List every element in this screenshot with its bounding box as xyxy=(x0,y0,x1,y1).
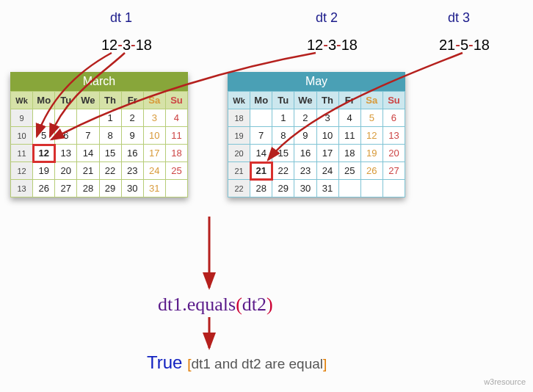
cal-day xyxy=(382,180,405,197)
cal-day xyxy=(360,180,382,197)
cal-day: 21 xyxy=(250,162,272,180)
label-dt2: dt 2 xyxy=(316,10,338,26)
cal-header: Fr xyxy=(121,92,143,109)
expr-close: ) xyxy=(266,294,273,315)
cal-header: Th xyxy=(99,92,121,109)
cal-day: 28 xyxy=(77,180,99,197)
cal-day: 16 xyxy=(294,145,316,162)
cal-day: 2 xyxy=(294,109,316,127)
cal-day: 8 xyxy=(99,127,121,145)
result-note: dt1 and dt2 are equal xyxy=(191,356,323,371)
cal-week-number: 9 xyxy=(11,109,33,127)
cal-week-number: 11 xyxy=(11,145,33,162)
cal-day: 1 xyxy=(272,109,294,127)
cal-day: 10 xyxy=(143,127,165,145)
cal-day: 10 xyxy=(316,127,338,145)
cal-day: 14 xyxy=(250,145,272,162)
result-bracket-close: ] xyxy=(323,356,327,371)
cal-day: 6 xyxy=(382,109,405,127)
cal-day: 23 xyxy=(294,162,316,180)
cal-day: 26 xyxy=(360,162,382,180)
cal-day: 29 xyxy=(99,180,121,197)
cal-day: 3 xyxy=(316,109,338,127)
cal-day xyxy=(55,109,77,127)
cal-week-number: 22 xyxy=(228,180,250,197)
cal-week-number: 18 xyxy=(228,109,250,127)
date-dt3: 21-5-18 xyxy=(439,37,490,54)
cal-day: 15 xyxy=(272,145,294,162)
cal-day: 3 xyxy=(143,109,165,127)
cal-day: 27 xyxy=(382,162,405,180)
cal-day: 16 xyxy=(121,145,143,162)
cal-day: 9 xyxy=(121,127,143,145)
cal-header: Mo xyxy=(250,92,272,109)
calendar-may-title: May xyxy=(228,72,405,91)
cal-day: 19 xyxy=(33,162,55,180)
cal-header: Sa xyxy=(360,92,382,109)
cal-header: Wk xyxy=(228,92,250,109)
cal-week-number: 10 xyxy=(11,127,33,145)
cal-day xyxy=(250,109,272,127)
result-value: True xyxy=(147,352,182,372)
cal-header: Fr xyxy=(338,92,360,109)
cal-day: 1 xyxy=(99,109,121,127)
cal-day: 18 xyxy=(165,145,187,162)
cal-header: We xyxy=(294,92,316,109)
cal-day: 4 xyxy=(165,109,187,127)
date-dt2: 12-3-18 xyxy=(307,37,358,54)
cal-day: 12 xyxy=(360,127,382,145)
cal-day: 5 xyxy=(33,127,55,145)
cal-day: 11 xyxy=(165,127,187,145)
cal-day: 11 xyxy=(338,127,360,145)
cal-day xyxy=(33,109,55,127)
cal-day: 31 xyxy=(316,180,338,197)
calendar-march: March WkMoTuWeThFrSaSu912341056789101111… xyxy=(10,72,188,197)
cal-day: 24 xyxy=(143,162,165,180)
cal-day: 17 xyxy=(143,145,165,162)
label-dt3: dt 3 xyxy=(448,10,470,26)
cal-week-number: 19 xyxy=(228,127,250,145)
cal-day: 20 xyxy=(382,145,405,162)
expr-arg: dt2 xyxy=(242,294,266,315)
expr-method: .equals xyxy=(182,294,236,315)
cal-day: 20 xyxy=(55,162,77,180)
cal-day: 6 xyxy=(55,127,77,145)
cal-day: 13 xyxy=(382,127,405,145)
result-line: True [dt1 and dt2 are equal] xyxy=(147,352,327,373)
cal-day: 30 xyxy=(121,180,143,197)
cal-day: 24 xyxy=(316,162,338,180)
cal-day: 23 xyxy=(121,162,143,180)
cal-day xyxy=(165,180,187,197)
cal-week-number: 20 xyxy=(228,145,250,162)
cal-day: 17 xyxy=(316,145,338,162)
cal-day: 28 xyxy=(250,180,272,197)
cal-day: 25 xyxy=(165,162,187,180)
cal-day: 18 xyxy=(338,145,360,162)
expr-open: ( xyxy=(236,294,242,315)
cal-day xyxy=(338,180,360,197)
cal-day: 22 xyxy=(99,162,121,180)
cal-day: 8 xyxy=(272,127,294,145)
cal-header: Sa xyxy=(143,92,165,109)
cal-header: We xyxy=(77,92,99,109)
cal-day: 21 xyxy=(77,162,99,180)
cal-day: 4 xyxy=(338,109,360,127)
cal-header: Tu xyxy=(272,92,294,109)
cal-day: 30 xyxy=(294,180,316,197)
cal-day: 15 xyxy=(99,145,121,162)
cal-header: Su xyxy=(382,92,405,109)
cal-header: Su xyxy=(165,92,187,109)
calendar-march-grid: WkMoTuWeThFrSaSu912341056789101111121314… xyxy=(10,91,188,197)
cal-day: 9 xyxy=(294,127,316,145)
calendar-march-title: March xyxy=(10,72,188,91)
cal-day: 22 xyxy=(272,162,294,180)
diagram-canvas: dt 1 dt 2 dt 3 12-3-18 12-3-18 21-5-18 M… xyxy=(0,0,533,392)
expression: dt1.equals(dt2) xyxy=(158,294,273,316)
cal-day: 25 xyxy=(338,162,360,180)
cal-day: 27 xyxy=(55,180,77,197)
calendar-may-grid: WkMoTuWeThFrSaSu181234561978910111213201… xyxy=(228,91,405,197)
cal-header: Th xyxy=(316,92,338,109)
cal-day: 12 xyxy=(33,145,55,162)
date-dt1: 12-3-18 xyxy=(101,37,152,54)
cal-day: 5 xyxy=(360,109,382,127)
